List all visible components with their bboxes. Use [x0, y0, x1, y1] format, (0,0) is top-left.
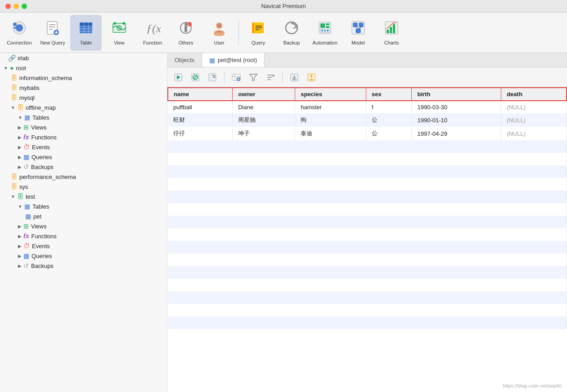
- cell-birth: 1990-03-30: [412, 101, 501, 113]
- import-button[interactable]: [287, 71, 302, 84]
- cell-birth: 1997-04-29: [412, 127, 501, 140]
- sidebar-item-root[interactable]: ● root: [0, 63, 167, 73]
- col-sex[interactable]: sex: [366, 88, 412, 101]
- col-death[interactable]: death: [501, 88, 567, 101]
- svg-rect-56: [390, 27, 392, 33]
- table-row[interactable]: 仔仔 坤子 泰迪 公 1997-04-29 (NULL): [168, 127, 567, 140]
- function-button[interactable]: ƒ(x) Function: [137, 15, 168, 51]
- sidebar-item-test-events[interactable]: ⏱ Events: [0, 241, 167, 251]
- sidebar-item-test[interactable]: 🗄 test: [0, 192, 167, 201]
- empty-row: [168, 254, 567, 266]
- function-icon: ƒ(x): [144, 20, 161, 38]
- table-body: puffball Diane hamster f 1990-03-30 (NUL…: [168, 101, 567, 329]
- connection-button[interactable]: Connection: [4, 15, 35, 51]
- model-button[interactable]: Model: [342, 15, 374, 51]
- chevron-right-icon: [18, 263, 22, 268]
- close-button[interactable]: [5, 4, 11, 9]
- svg-rect-43: [326, 26, 329, 28]
- minimize-button[interactable]: [14, 4, 19, 9]
- sidebar-item-mybatis[interactable]: 🗄 mybatis: [0, 83, 167, 93]
- svg-rect-28: [184, 26, 187, 27]
- cell-species: 狗: [295, 113, 366, 127]
- col-owner[interactable]: owner: [233, 88, 295, 101]
- svg-rect-13: [80, 22, 92, 26]
- user-button[interactable]: User: [203, 15, 235, 51]
- toolbar-divider-1: [224, 72, 225, 83]
- sidebar-item-offline-tables[interactable]: ▦ Tables: [0, 112, 167, 122]
- sidebar-item-pet[interactable]: ▦ pet: [0, 211, 167, 221]
- sidebar-item-test-queries[interactable]: ▦ Queries: [0, 251, 167, 261]
- sidebar-item-test-views[interactable]: ⊞ Views: [0, 221, 167, 231]
- sidebar-item-sys[interactable]: 🗄 sys: [0, 182, 167, 192]
- test-db-icon: 🗄: [17, 193, 23, 200]
- sidebar-item-test-functions[interactable]: fx Functions: [0, 231, 167, 241]
- tab-objects[interactable]: Objects: [167, 53, 202, 67]
- empty-row: [168, 304, 567, 316]
- refresh-button[interactable]: [205, 71, 220, 84]
- backups-icon: ↺: [23, 262, 29, 269]
- view-icon: [111, 20, 127, 38]
- new-query-button[interactable]: New Query: [37, 15, 68, 51]
- stop-button[interactable]: [188, 71, 202, 84]
- others-icon: !: [178, 20, 194, 38]
- cell-death: (NULL): [501, 113, 567, 127]
- table-row[interactable]: 旺财 周星驰 狗 公 1990-01-10 (NULL): [168, 113, 567, 127]
- backup-icon: [284, 20, 300, 38]
- backup-button[interactable]: Backup: [276, 15, 307, 51]
- sidebar-item-test-tables[interactable]: ▦ Tables: [0, 201, 167, 211]
- sidebar-label-performance-schema: performance_schema: [19, 174, 76, 180]
- add-record-button[interactable]: [229, 71, 243, 84]
- sort-button[interactable]: [263, 71, 278, 84]
- sidebar-label-test-views: Views: [31, 223, 46, 230]
- content-toolbar: [167, 67, 567, 87]
- cell-species: hamster: [295, 101, 366, 113]
- table-header: name owner species sex birth death: [168, 88, 567, 101]
- cell-owner: Diane: [233, 101, 295, 113]
- col-species[interactable]: species: [295, 88, 366, 101]
- col-birth[interactable]: birth: [412, 88, 501, 101]
- svg-point-46: [324, 30, 326, 31]
- others-button[interactable]: ! Others: [170, 15, 202, 51]
- query-button[interactable]: Query: [243, 15, 274, 51]
- automation-button[interactable]: Automation: [309, 15, 341, 51]
- sidebar-item-test-backups[interactable]: ↺ Backups: [0, 261, 167, 271]
- cell-birth: 1990-01-10: [412, 113, 501, 127]
- empty-row: [168, 153, 567, 165]
- cell-species: 泰迪: [295, 127, 366, 140]
- filter-button[interactable]: [246, 71, 261, 84]
- sidebar-item-offline-map[interactable]: 🗄 offline_map: [0, 102, 167, 112]
- model-icon: [350, 20, 366, 38]
- sidebar-item-offline-events[interactable]: ⏱ Events: [0, 142, 167, 152]
- col-name[interactable]: name: [168, 88, 233, 101]
- table-row[interactable]: puffball Diane hamster f 1990-03-30 (NUL…: [168, 101, 567, 113]
- export-button[interactable]: [304, 71, 319, 84]
- cell-owner: 周星驰: [233, 113, 295, 127]
- chevron-right-icon: [18, 234, 22, 239]
- charts-button[interactable]: Charts: [376, 15, 407, 51]
- sidebar-item-information-schema[interactable]: 🗄 information_schema: [0, 73, 167, 83]
- sidebar-item-offline-queries[interactable]: ▦ Queries: [0, 152, 167, 162]
- sidebar-label-sys: sys: [19, 183, 28, 190]
- chevron-icon: [4, 56, 6, 61]
- chevron-right-icon: [18, 125, 22, 130]
- maximize-button[interactable]: [22, 4, 27, 9]
- sidebar-item-offline-views[interactable]: ⊞ Views: [0, 122, 167, 132]
- run-button[interactable]: [171, 71, 185, 84]
- db-icon: 🗄: [17, 104, 23, 111]
- svg-point-33: [217, 23, 221, 28]
- table-button[interactable]: Table: [70, 15, 102, 51]
- db-icon: 🔗: [8, 54, 16, 62]
- sidebar-item-irlab[interactable]: 🔗 irlab: [0, 53, 167, 63]
- sidebar-item-offline-functions[interactable]: fx Functions: [0, 132, 167, 142]
- svg-point-47: [327, 30, 328, 31]
- backup-label: Backup: [284, 40, 300, 45]
- view-button[interactable]: View: [104, 15, 135, 51]
- sidebar-item-performance-schema[interactable]: 🗄 performance_schema: [0, 172, 167, 182]
- toolbar-divider: [238, 19, 239, 46]
- svg-rect-49: [353, 23, 357, 27]
- sidebar-item-mysql[interactable]: 🗄 mysql: [0, 93, 167, 102]
- backups-icon: ↺: [23, 163, 29, 170]
- sidebar-label-mysql: mysql: [19, 94, 35, 101]
- tab-pet-test[interactable]: ▦ pet@test (root): [202, 53, 265, 67]
- sidebar-item-offline-backups[interactable]: ↺ Backups: [0, 162, 167, 172]
